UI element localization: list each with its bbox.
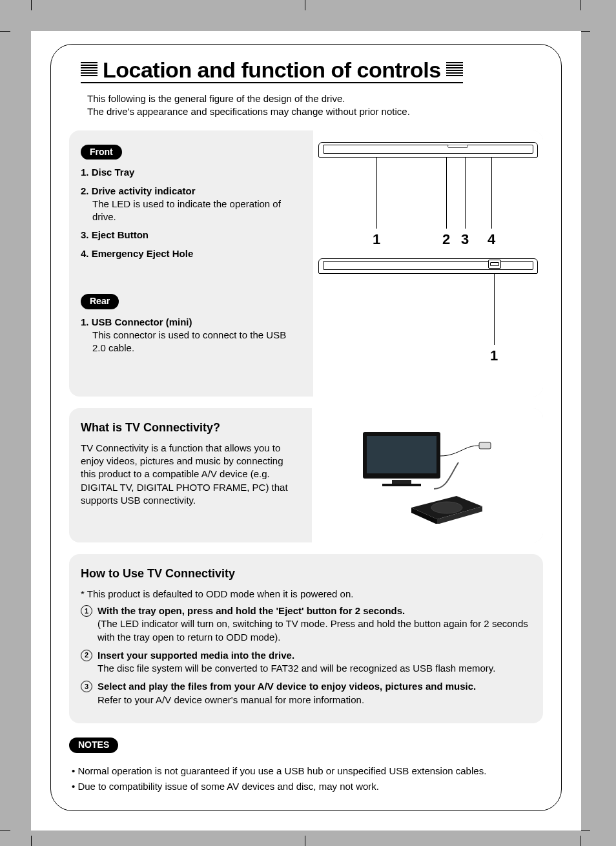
crop-mark <box>580 836 580 846</box>
svg-point-8 <box>431 502 462 513</box>
step-sub: The disc file system will be converted t… <box>98 662 495 675</box>
default-mode-note: * This product is defaulted to ODD mode … <box>81 588 531 601</box>
intro-line: The drive's appearance and specification… <box>87 105 547 118</box>
svg-rect-1 <box>367 436 436 473</box>
step-heading: Insert your supported media into the dri… <box>98 649 495 662</box>
notes-heading-pill: NOTES <box>69 738 118 753</box>
front-diagram: 1 2 3 4 <box>313 142 543 229</box>
tv-connectivity-what-panel: What is TV Connectivity? TV Connectivity… <box>69 408 543 542</box>
crop-mark <box>305 836 305 846</box>
svg-rect-4 <box>479 442 491 449</box>
note-item: Due to compatibility issue of some AV de… <box>72 780 543 793</box>
step-heading: Select and play the files from your A/V … <box>98 680 476 693</box>
crop-mark <box>0 830 10 831</box>
svg-rect-3 <box>382 484 421 486</box>
title-rule-left-icon <box>81 62 98 77</box>
crop-mark <box>580 830 590 831</box>
section-heading: How to Use TV Connectivity <box>81 566 531 581</box>
intro-line: This following is the general figure of … <box>87 92 547 105</box>
step-sub: (The LED indicator will turn on, switchi… <box>98 617 531 644</box>
tv-drive-illustration-icon <box>356 427 498 524</box>
section-body: TV Connectivity is a function that allow… <box>81 442 300 507</box>
crop-mark <box>580 0 580 10</box>
callout-number: 1 <box>373 230 380 249</box>
title-block: Location and function of controls <box>81 59 547 83</box>
page-title: Location and function of controls <box>103 59 441 81</box>
intro-text: This following is the general figure of … <box>87 92 547 119</box>
front-list: 1. Disc Tray 2. Drive activity indicator… <box>81 166 300 260</box>
page: Location and function of controls This f… <box>31 31 581 831</box>
step-item: 2 Insert your supported media into the d… <box>81 649 531 676</box>
controls-diagrams: 1 2 3 4 <box>313 130 543 397</box>
title-rule-right-icon <box>446 62 463 77</box>
list-item: 1. Disc Tray <box>81 166 300 179</box>
tv-connectivity-illustration <box>312 408 543 542</box>
step-heading: With the tray open, press and hold the '… <box>98 604 531 617</box>
step-number-badge: 1 <box>81 605 92 617</box>
crop-mark <box>31 836 32 846</box>
callout-number: 4 <box>488 230 495 249</box>
callout-number: 3 <box>461 230 469 249</box>
rear-diagram: 1 <box>313 258 543 345</box>
list-item: 4. Emergency Eject Hole <box>81 247 300 260</box>
crop-mark <box>580 31 590 32</box>
controls-panel: Front 1. Disc Tray 2. Drive activity ind… <box>69 130 543 397</box>
section-heading: What is TV Connectivity? <box>81 420 300 435</box>
crop-mark <box>0 31 10 32</box>
content-frame: Location and function of controls This f… <box>50 44 562 811</box>
step-item: 3 Select and play the files from your A/… <box>81 680 531 707</box>
step-item: 1 With the tray open, press and hold the… <box>81 604 531 644</box>
notes-section: NOTES Normal operation is not guaranteed… <box>69 735 543 793</box>
controls-left-column: Front 1. Disc Tray 2. Drive activity ind… <box>81 139 300 385</box>
usb-connector-icon <box>488 260 501 269</box>
front-heading-pill: Front <box>81 145 122 160</box>
page-sheet: Location and function of controls This f… <box>0 0 616 846</box>
list-item: 2. Drive activity indicator The LED is u… <box>81 185 300 224</box>
rear-heading-pill: Rear <box>81 294 119 309</box>
rear-list: 1. USB Connector (mini) This connector i… <box>81 316 300 355</box>
step-sub: Refer to your A/V device owner's manual … <box>98 694 476 707</box>
tv-connectivity-how-panel: How to Use TV Connectivity * This produc… <box>69 554 543 723</box>
crop-mark <box>31 0 32 10</box>
callout-number: 2 <box>442 230 450 249</box>
list-item: 1. USB Connector (mini) This connector i… <box>81 316 300 355</box>
step-number-badge: 2 <box>81 650 92 661</box>
callout-number: 1 <box>490 346 498 366</box>
crop-mark <box>305 0 305 10</box>
step-number-badge: 3 <box>81 681 92 692</box>
note-item: Normal operation is not guaranteed if yo… <box>72 765 543 778</box>
list-item: 3. Eject Button <box>81 229 300 242</box>
svg-rect-2 <box>392 480 411 484</box>
